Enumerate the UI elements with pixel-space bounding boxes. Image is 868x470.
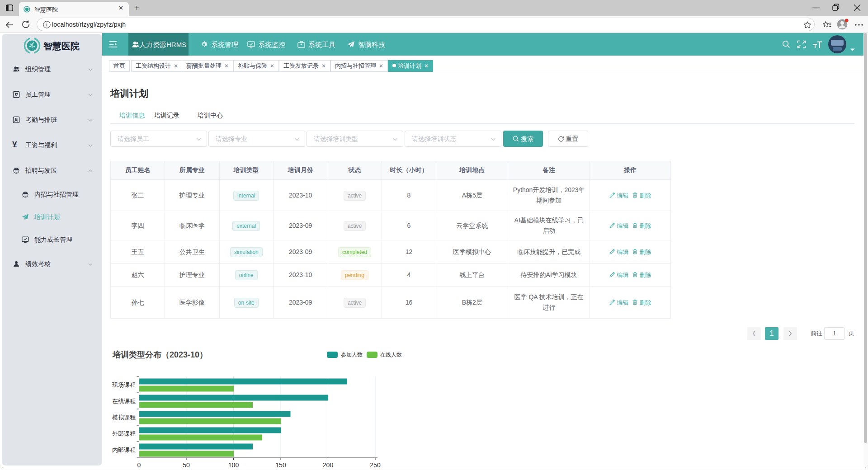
- svg-text:外部课程: 外部课程: [112, 430, 136, 437]
- svg-text:在线课程: 在线课程: [112, 398, 136, 404]
- svg-text:模拟课程: 模拟课程: [112, 414, 136, 421]
- svg-text:100: 100: [228, 461, 239, 468]
- svg-text:200: 200: [323, 461, 334, 468]
- svg-text:150: 150: [275, 461, 286, 468]
- svg-text:内部课程: 内部课程: [112, 446, 136, 453]
- svg-text:250: 250: [370, 461, 381, 468]
- svg-text:0: 0: [137, 461, 141, 468]
- svg-text:50: 50: [183, 461, 190, 468]
- svg-text:现场课程: 现场课程: [112, 381, 136, 388]
